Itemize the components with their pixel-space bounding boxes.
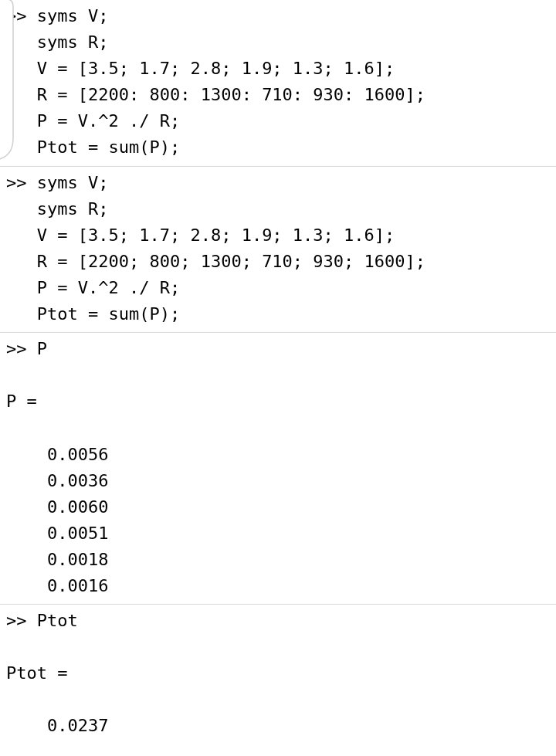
code-cell[interactable]: >> syms V; syms R; V = [3.5; 1.7; 2.8; 1… xyxy=(0,167,556,334)
code-line: 0.0237 xyxy=(6,716,108,735)
code-line: V = [3.5; 1.7; 2.8; 1.9; 1.3; 1.6]; xyxy=(6,59,395,78)
code-line: 0.0018 xyxy=(6,550,108,569)
code-line: Ptot = sum(P); xyxy=(6,137,180,157)
code-line: P = V.^2 ./ R; xyxy=(6,111,180,131)
code-block: >> Ptot Ptot = 0.0237 xyxy=(6,608,550,739)
code-line: 0.0051 xyxy=(6,524,108,543)
code-line: 0.0016 xyxy=(6,576,108,595)
code-line: >> syms V; xyxy=(6,6,108,25)
code-block: >> P P = 0.0056 0.0036 0.0060 0.0051 0.0… xyxy=(6,336,550,599)
code-line: 0.0060 xyxy=(6,497,108,517)
code-line: Ptot = sum(P); xyxy=(6,304,180,324)
code-line: P = xyxy=(6,392,37,411)
code-cell[interactable]: >> syms V; syms R; V = [3.5; 1.7; 2.8; 1… xyxy=(0,0,556,167)
code-line: >> syms V; xyxy=(6,173,108,192)
code-line: syms R; xyxy=(6,199,108,219)
command-window[interactable]: >> syms V; syms R; V = [3.5; 1.7; 2.8; 1… xyxy=(0,0,556,744)
code-line: P = V.^2 ./ R; xyxy=(6,278,180,297)
code-block: >> syms V; syms R; V = [3.5; 1.7; 2.8; 1… xyxy=(6,3,550,161)
code-line: R = [2200: 800: 1300: 710: 930: 1600]; xyxy=(6,85,425,104)
code-line: >> P xyxy=(6,339,47,358)
code-line: R = [2200; 800; 1300; 710; 930; 1600]; xyxy=(6,252,425,271)
code-line: V = [3.5; 1.7; 2.8; 1.9; 1.3; 1.6]; xyxy=(6,225,395,245)
code-block: >> syms V; syms R; V = [3.5; 1.7; 2.8; 1… xyxy=(6,170,550,328)
code-cell[interactable]: >> Ptot Ptot = 0.0237 xyxy=(0,605,556,744)
code-cell[interactable]: >> P P = 0.0056 0.0036 0.0060 0.0051 0.0… xyxy=(0,333,556,605)
code-line: Ptot = xyxy=(6,663,67,683)
code-line: 0.0056 xyxy=(6,445,108,464)
code-line: >> Ptot xyxy=(6,611,78,630)
code-line: 0.0036 xyxy=(6,471,108,490)
code-line: syms R; xyxy=(6,32,108,52)
